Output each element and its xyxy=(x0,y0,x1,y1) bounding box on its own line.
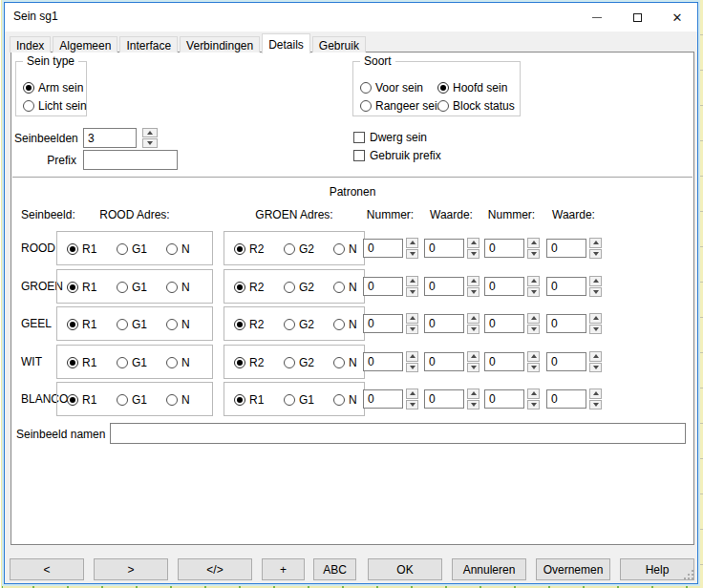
spin-down-button[interactable] xyxy=(467,249,479,260)
spin-up-button[interactable] xyxy=(406,388,418,399)
spin-down-button[interactable] xyxy=(142,138,158,148)
spin-down-button[interactable] xyxy=(406,287,418,298)
radio-r1[interactable]: R1 xyxy=(67,281,96,294)
spin-down-button[interactable] xyxy=(406,249,418,260)
seinbeeld-namen-input[interactable] xyxy=(110,423,686,444)
nummer-1-input[interactable] xyxy=(363,277,403,296)
spin-up-button[interactable] xyxy=(467,313,479,324)
close-button[interactable]: ✕ xyxy=(657,3,697,32)
radio-g1[interactable]: G1 xyxy=(117,281,147,294)
waarde-1-input[interactable] xyxy=(424,277,464,296)
spin-up-button[interactable] xyxy=(527,313,540,324)
radio-r2[interactable]: R2 xyxy=(234,281,264,294)
radio-g2[interactable]: G2 xyxy=(284,356,314,369)
spin-down-button[interactable] xyxy=(527,325,540,335)
nummer-2-input[interactable] xyxy=(484,277,524,296)
spin-up-button[interactable] xyxy=(589,313,602,324)
radio-g2[interactable]: G2 xyxy=(284,318,314,331)
radio-n[interactable]: N xyxy=(333,281,357,294)
radio-voor-sein[interactable]: Voor sein xyxy=(360,81,423,94)
radio-r1[interactable]: R1 xyxy=(67,393,96,407)
spin-down-button[interactable] xyxy=(467,325,479,335)
resize-grip-icon[interactable] xyxy=(692,578,693,579)
spin-down-button[interactable] xyxy=(527,363,540,373)
next-button[interactable]: > xyxy=(94,558,168,580)
waarde-1-input[interactable] xyxy=(424,239,464,258)
maximize-button[interactable] xyxy=(617,3,657,32)
spin-up-button[interactable] xyxy=(406,276,418,286)
spin-up-button[interactable] xyxy=(142,128,158,137)
add-button[interactable]: + xyxy=(262,558,305,580)
radio-g1[interactable]: G1 xyxy=(117,318,147,331)
spin-up-button[interactable] xyxy=(527,238,540,248)
radio-r2[interactable]: R2 xyxy=(234,356,264,369)
radio-n[interactable]: N xyxy=(333,393,357,407)
tab-algemeen[interactable]: Algemeen xyxy=(53,36,117,52)
prev-button[interactable]: < xyxy=(10,558,84,580)
nummer-1-input[interactable] xyxy=(363,314,403,333)
code-button[interactable]: </> xyxy=(178,558,252,580)
radio-g1[interactable]: G1 xyxy=(284,393,314,407)
minimize-button[interactable] xyxy=(577,3,617,32)
radio-g1[interactable]: G1 xyxy=(117,242,147,256)
spin-up-button[interactable] xyxy=(406,351,418,362)
radio-block-status[interactable]: Block status xyxy=(437,99,515,113)
nummer-2-input[interactable] xyxy=(484,314,524,333)
spin-down-button[interactable] xyxy=(467,400,479,410)
radio-r1[interactable]: R1 xyxy=(234,393,264,407)
nummer-1-input[interactable] xyxy=(363,389,403,409)
spin-up-button[interactable] xyxy=(467,238,479,248)
annuleren-button[interactable]: Annuleren xyxy=(452,558,526,580)
radio-r2[interactable]: R2 xyxy=(234,318,264,331)
radio-licht-sein[interactable]: Licht sein xyxy=(23,99,87,113)
nummer-2-input[interactable] xyxy=(484,389,524,409)
radio-r1[interactable]: R1 xyxy=(67,242,96,256)
spin-up-button[interactable] xyxy=(467,276,479,286)
nummer-1-input[interactable] xyxy=(363,352,403,371)
abc-button[interactable]: ABC xyxy=(313,558,356,580)
waarde-2-input[interactable] xyxy=(546,239,586,258)
spin-up-button[interactable] xyxy=(589,276,602,286)
radio-r2[interactable]: R2 xyxy=(234,242,264,256)
dwerg-sein-checkbox[interactable]: Dwerg sein xyxy=(353,131,427,144)
spin-up-button[interactable] xyxy=(527,351,540,362)
titlebar[interactable]: Sein sg1 ✕ xyxy=(5,3,697,32)
radio-n[interactable]: N xyxy=(333,356,357,369)
spin-up-button[interactable] xyxy=(406,238,418,248)
waarde-1-input[interactable] xyxy=(424,314,464,333)
nummer-1-input[interactable] xyxy=(363,239,403,258)
spin-up-button[interactable] xyxy=(589,351,602,362)
spin-down-button[interactable] xyxy=(527,287,540,298)
radio-g2[interactable]: G2 xyxy=(284,281,314,294)
spin-down-button[interactable] xyxy=(589,287,602,298)
prefix-input[interactable] xyxy=(83,150,178,170)
spin-down-button[interactable] xyxy=(467,363,479,373)
spin-down-button[interactable] xyxy=(406,400,418,410)
spin-up-button[interactable] xyxy=(527,276,540,286)
spin-up-button[interactable] xyxy=(406,313,418,324)
overnemen-button[interactable]: Overnemen xyxy=(536,558,610,580)
spin-down-button[interactable] xyxy=(589,249,602,260)
help-button[interactable]: Help xyxy=(620,558,694,580)
radio-g1[interactable]: G1 xyxy=(117,393,147,407)
waarde-2-input[interactable] xyxy=(546,314,586,333)
tab-gebruik[interactable]: Gebruik xyxy=(312,36,366,52)
tab-interface[interactable]: Interface xyxy=(119,36,178,52)
nummer-2-input[interactable] xyxy=(484,352,524,371)
tab-index[interactable]: Index xyxy=(10,36,51,52)
radio-n[interactable]: N xyxy=(166,281,190,294)
radio-hoofd-sein[interactable]: Hoofd sein xyxy=(437,81,507,94)
radio-n[interactable]: N xyxy=(333,242,357,256)
radio-g2[interactable]: G2 xyxy=(284,242,314,256)
waarde-1-input[interactable] xyxy=(424,389,464,409)
radio-n[interactable]: N xyxy=(166,242,190,256)
spin-up-button[interactable] xyxy=(589,238,602,248)
radio-arm-sein[interactable]: Arm sein xyxy=(23,81,83,94)
gebruik-prefix-checkbox[interactable]: Gebruik prefix xyxy=(353,149,441,162)
radio-n[interactable]: N xyxy=(166,393,190,407)
radio-g1[interactable]: G1 xyxy=(117,356,147,369)
tab-details[interactable]: Details xyxy=(262,33,310,53)
spin-up-button[interactable] xyxy=(589,388,602,399)
spin-down-button[interactable] xyxy=(589,400,602,410)
radio-r1[interactable]: R1 xyxy=(67,356,96,369)
